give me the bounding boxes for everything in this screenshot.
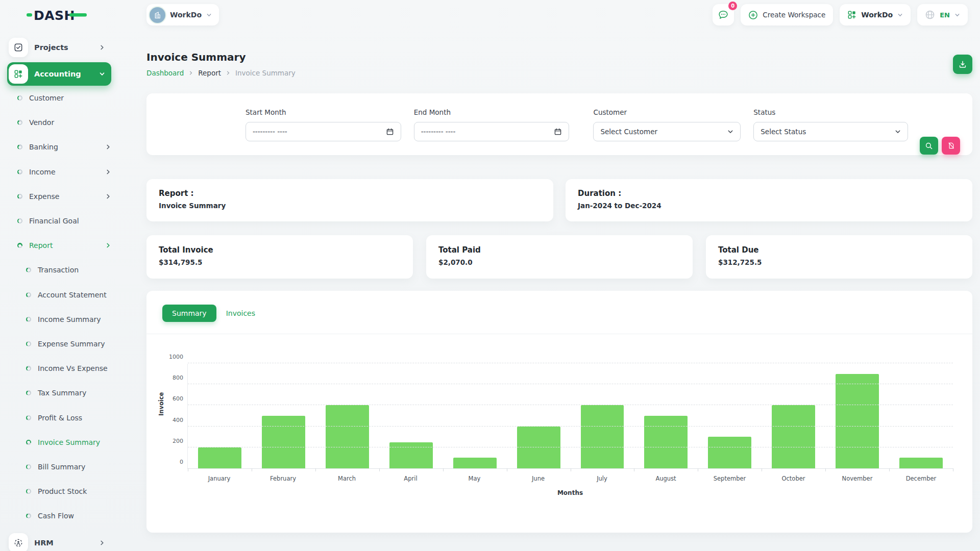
language-selector[interactable]: EN xyxy=(917,4,968,26)
sidebar-item-projects[interactable]: Projects xyxy=(7,36,111,59)
bullet-icon xyxy=(26,341,31,346)
reset-filter-button[interactable] xyxy=(942,137,960,155)
invoice-bar-chart: Invoice 02004006008001000 JanuaryFebruar… xyxy=(159,334,953,508)
y-tick-label: 1000 xyxy=(169,354,183,360)
chevron-right-icon xyxy=(99,44,105,51)
x-tick xyxy=(634,468,634,471)
x-axis-label-january: January xyxy=(187,475,251,482)
chart-card: Summary Invoices Invoice 020040060080010… xyxy=(146,291,972,533)
sidebar-item-customer[interactable]: Customer xyxy=(7,86,111,110)
bullet-icon xyxy=(26,267,31,272)
stat-label: Total Invoice xyxy=(159,245,401,255)
end-month-label: End Month xyxy=(414,108,570,116)
sidebar-item-expense-summary[interactable]: Expense Summary xyxy=(7,332,111,356)
sidebar-item-label: Tax Summary xyxy=(38,389,111,397)
bar-slot-march xyxy=(315,364,379,468)
end-month-input[interactable]: --------- ---- xyxy=(414,122,570,141)
sidebar-item-expense[interactable]: Expense xyxy=(7,184,111,209)
search-button[interactable] xyxy=(920,137,938,155)
sidebar-item-vendor[interactable]: Vendor xyxy=(7,110,111,135)
x-tick xyxy=(443,468,444,471)
sidebar-nav: ProjectsAccountingCustomerVendorBankingI… xyxy=(7,36,111,551)
bar-february[interactable] xyxy=(262,416,305,468)
bar-august[interactable] xyxy=(644,416,688,468)
chevron-right-icon xyxy=(105,242,111,248)
sidebar-item-report[interactable]: Report xyxy=(7,233,111,258)
stat-label: Total Paid xyxy=(438,245,680,255)
sidebar-item-cash-flow[interactable]: Cash Flow xyxy=(7,504,111,528)
bar-october[interactable] xyxy=(772,405,815,468)
download-button[interactable] xyxy=(953,55,972,74)
sidebar-item-product-stock[interactable]: Product Stock xyxy=(7,479,111,504)
sidebar-item-tax-summary[interactable]: Tax Summary xyxy=(7,381,111,405)
x-tick xyxy=(507,468,507,471)
x-tick xyxy=(315,468,316,471)
download-icon xyxy=(958,60,967,69)
sidebar-item-invoice-summary[interactable]: Invoice Summary xyxy=(7,430,111,455)
search-icon xyxy=(925,142,933,150)
breadcrumb-current: Invoice Summary xyxy=(235,69,296,77)
filter-actions xyxy=(920,108,960,155)
bullet-icon xyxy=(26,489,31,494)
bar-slot-july xyxy=(571,364,634,468)
bar-april[interactable] xyxy=(389,442,433,469)
bar-may[interactable] xyxy=(453,458,497,468)
bar-slot-january xyxy=(188,364,252,468)
sidebar-item-financial-goal[interactable]: Financial Goal xyxy=(7,209,111,233)
bullet-icon xyxy=(17,144,22,149)
workspace-dropdown[interactable]: WorkDo xyxy=(840,4,911,26)
sidebar-item-accounting[interactable]: Accounting xyxy=(7,62,111,86)
bullet-icon xyxy=(26,440,31,445)
plus-circle-icon xyxy=(748,10,758,20)
stat-label: Total Due xyxy=(718,245,960,255)
bar-march[interactable] xyxy=(326,405,369,468)
sidebar-item-income-vs-expense[interactable]: Income Vs Expense xyxy=(7,356,111,381)
y-axis-title: Invoice xyxy=(158,392,165,416)
breadcrumb-report[interactable]: Report xyxy=(198,69,221,77)
chevron-down-icon xyxy=(206,12,212,18)
bar-july[interactable] xyxy=(581,405,624,468)
sidebar-item-label: Expense Summary xyxy=(38,340,111,348)
clear-filter-icon xyxy=(947,142,955,149)
sidebar-item-banking[interactable]: Banking xyxy=(7,135,111,159)
status-select[interactable]: Select Status xyxy=(753,122,908,141)
gridline-600 xyxy=(188,405,953,405)
report-value: Invoice Summary xyxy=(159,202,541,210)
sidebar-item-income[interactable]: Income xyxy=(7,160,111,184)
create-workspace-button[interactable]: Create Workspace xyxy=(741,4,833,26)
bullet-icon xyxy=(17,194,22,199)
workspace-dropdown-label: WorkDo xyxy=(861,11,893,19)
sidebar-item-account-statement[interactable]: Account Statement xyxy=(7,283,111,307)
bar-slot-august xyxy=(634,364,698,468)
duration-value: Jan-2024 to Dec-2024 xyxy=(578,202,960,210)
sidebar-item-income-summary[interactable]: Income Summary xyxy=(7,307,111,332)
messages-button[interactable]: 0 xyxy=(713,4,734,26)
duration-label: Duration : xyxy=(578,189,960,198)
sidebar-item-label: Banking xyxy=(29,143,99,151)
sidebar-item-transaction[interactable]: Transaction xyxy=(7,258,111,282)
bar-november[interactable] xyxy=(836,374,879,468)
stat-value: $2,070.0 xyxy=(438,258,680,266)
tab-summary[interactable]: Summary xyxy=(162,305,216,322)
workspace-switcher[interactable]: WorkDo xyxy=(146,4,219,26)
customer-select[interactable]: Select Customer xyxy=(593,122,741,141)
start-month-group: Start Month --------- ---- xyxy=(246,108,401,155)
bar-september[interactable] xyxy=(708,437,751,468)
dash-logo[interactable]: DASH xyxy=(27,7,87,24)
tab-invoices[interactable]: Invoices xyxy=(223,305,258,322)
bar-january[interactable] xyxy=(198,447,241,468)
x-tick xyxy=(889,468,890,471)
sidebar-item-bill-summary[interactable]: Bill Summary xyxy=(7,455,111,479)
bullet-icon xyxy=(26,390,31,395)
bullet-icon xyxy=(26,317,31,322)
bar-december[interactable] xyxy=(899,458,943,468)
sidebar-item-label: Profit & Loss xyxy=(38,414,111,422)
sidebar-item-hrm[interactable]: HRM xyxy=(7,531,111,551)
sidebar-item-label: Report xyxy=(29,241,99,249)
breadcrumb-dashboard[interactable]: Dashboard xyxy=(146,69,184,77)
sidebar-item-profit-loss[interactable]: Profit & Loss xyxy=(7,405,111,430)
start-month-input[interactable]: --------- ---- xyxy=(246,122,401,141)
sidebar-item-label: Transaction xyxy=(38,266,111,274)
start-month-value: --------- ---- xyxy=(253,128,287,136)
x-axis-label-july: July xyxy=(570,475,634,482)
